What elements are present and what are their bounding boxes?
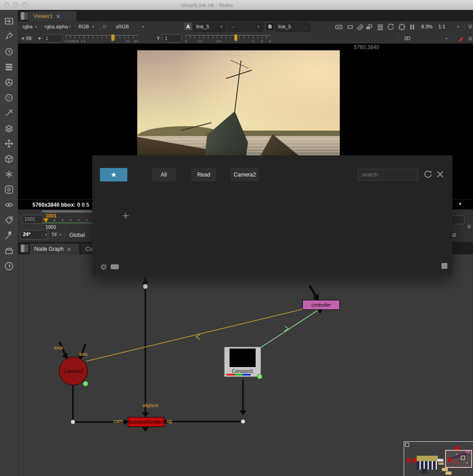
collapse-chevrons-icon[interactable]: [467, 36, 473, 42]
float-window-icon[interactable]: [365, 23, 373, 31]
close-panel-icon[interactable]: [436, 170, 444, 178]
node-constant1[interactable]: Constant1: [224, 347, 261, 377]
playhead-marker[interactable]: [43, 218, 49, 222]
toolsets-icon[interactable]: [0, 228, 18, 243]
channel-icon[interactable]: [0, 59, 18, 75]
blend-mode-dropdown[interactable]: - ▾: [228, 23, 263, 32]
minimap-node: [467, 462, 468, 463]
filter-read-button[interactable]: Read: [191, 168, 216, 181]
resize-grip[interactable]: [441, 263, 447, 269]
status-text: 5760x3840 bbox: 0 0 5: [32, 202, 89, 208]
aperture-label[interactable]: f/8: [26, 36, 32, 41]
tab-node-graph[interactable]: Node Graph: [30, 244, 79, 254]
viewer-lut-dropdown[interactable]: sRGB: [116, 24, 129, 29]
timeline-mode-dropdown[interactable]: TF: [51, 232, 57, 237]
fps-dropdown[interactable]: 24* ▾: [20, 230, 48, 240]
search-input[interactable]: [358, 169, 418, 181]
color-icon[interactable]: [0, 75, 18, 90]
dropdown-arrow-icon[interactable]: ▾: [69, 25, 71, 29]
channels-dropdown[interactable]: rgba: [23, 24, 32, 29]
prev-stop-icon[interactable]: ◄: [20, 36, 25, 41]
other-icon[interactable]: [0, 243, 18, 258]
filter-icon[interactable]: [0, 90, 18, 105]
tab-viewer1[interactable]: Viewer1: [29, 11, 77, 21]
node-scanlinerender1[interactable]: ScanlineRender1: [128, 417, 165, 427]
close-tab-icon[interactable]: [56, 14, 60, 18]
region-icon[interactable]: [346, 23, 354, 31]
3d-icon[interactable]: [0, 151, 18, 167]
fps-value: 24*: [23, 231, 31, 237]
layer-dropdown[interactable]: rgba.alpha: [45, 24, 68, 29]
input-process-toggle[interactable]: IP: [103, 24, 107, 29]
transform-icon[interactable]: [0, 136, 18, 151]
minimize-window-button[interactable]: [13, 2, 18, 8]
minimap-thumbnails: [417, 461, 438, 466]
input-b-badge[interactable]: B: [266, 23, 274, 30]
views-icon[interactable]: [0, 197, 18, 213]
minimap-node: [465, 451, 470, 453]
tick-label: 1: [235, 39, 237, 43]
pane-menu-icon[interactable]: [20, 244, 29, 253]
keyer-icon[interactable]: [0, 105, 18, 121]
dropdown-arrow-icon: ▾: [42, 233, 47, 237]
current-frame-input[interactable]: 1001: [22, 215, 43, 224]
filter-camera2-button[interactable]: Camera2: [231, 168, 259, 181]
scanlines-icon[interactable]: [376, 23, 384, 31]
collapse-chevrons-icon[interactable]: [467, 23, 473, 30]
add-favorite-button[interactable]: +: [122, 209, 129, 223]
status-menu-arrow-icon[interactable]: ▼: [458, 202, 462, 206]
dropdown-arrow-icon[interactable]: ▾: [59, 233, 61, 237]
particles-icon[interactable]: [0, 167, 18, 182]
minimize-list-button[interactable]: [111, 264, 119, 269]
refresh-viewer-icon[interactable]: [386, 23, 394, 31]
input-a-dropdown[interactable]: link_5 ▾: [193, 23, 226, 32]
nodegraph-minimap[interactable]: [404, 441, 473, 476]
roi-icon[interactable]: [398, 23, 406, 31]
merge-icon[interactable]: [0, 121, 18, 136]
furnace-icon[interactable]: [0, 258, 18, 274]
metadata-icon[interactable]: [0, 213, 18, 228]
gain-slider[interactable]: 0.015625 0.1 1 10 64: [66, 35, 138, 39]
image-icon[interactable]: [0, 14, 18, 29]
next-stop-icon[interactable]: ►: [38, 36, 42, 41]
frame-format-icon[interactable]: [335, 23, 343, 31]
favorites-tab[interactable]: ★: [100, 168, 127, 181]
gain-input[interactable]: 1: [43, 34, 63, 42]
refresh-icon[interactable]: [423, 170, 432, 179]
annotate-brush-icon[interactable]: [457, 35, 464, 42]
range-scope-dropdown[interactable]: Global: [69, 232, 85, 238]
filter-all-button[interactable]: All: [152, 168, 176, 181]
gamma-slider[interactable]: 0 0.1 0.5 1 2 3 4: [185, 35, 271, 39]
dropdown-arrow-icon[interactable]: ▾: [142, 25, 144, 29]
pause-icon[interactable]: [408, 23, 416, 31]
zoom-level-dropdown[interactable]: 8.3%: [421, 24, 432, 29]
dropdown-arrow-icon[interactable]: ▾: [92, 25, 94, 29]
view-mode-dropdown[interactable]: 2D: [404, 36, 410, 41]
dropdown-arrow-icon: ▾: [257, 25, 259, 29]
star-icon: ★: [111, 171, 117, 179]
proxy-scale-dropdown[interactable]: 1:1: [438, 24, 445, 29]
pane-menu-icon[interactable]: [20, 12, 29, 20]
tick-label: 64: [134, 39, 138, 43]
collapse-chevrons-icon[interactable]: [466, 224, 472, 230]
gamma-input[interactable]: 1: [162, 34, 182, 42]
wipe-icon[interactable]: [356, 23, 364, 31]
zoom-window-button[interactable]: [22, 2, 27, 8]
deep-icon[interactable]: D: [0, 182, 18, 197]
gear-icon[interactable]: [100, 263, 108, 271]
dropdown-arrow-icon[interactable]: ▾: [457, 25, 459, 29]
input-b-dropdown[interactable]: link_5 ⌄: [275, 23, 310, 32]
input-a-badge[interactable]: A: [185, 23, 192, 30]
time-icon[interactable]: [0, 44, 18, 59]
minimap-node: [453, 462, 459, 463]
tick-label: 0: [185, 39, 187, 43]
dropdown-arrow-icon[interactable]: ▾: [35, 25, 37, 29]
close-window-button[interactable]: [4, 2, 9, 8]
dropdown-arrow-icon[interactable]: ▾: [446, 36, 447, 41]
close-tab-icon[interactable]: [67, 247, 71, 251]
tick-label: 0.5: [216, 39, 221, 43]
draw-icon[interactable]: [0, 29, 18, 44]
display-channels-dropdown[interactable]: RGB: [78, 24, 89, 29]
node-controller[interactable]: controller: [302, 300, 340, 310]
minimap-view-rect[interactable]: [445, 450, 472, 468]
